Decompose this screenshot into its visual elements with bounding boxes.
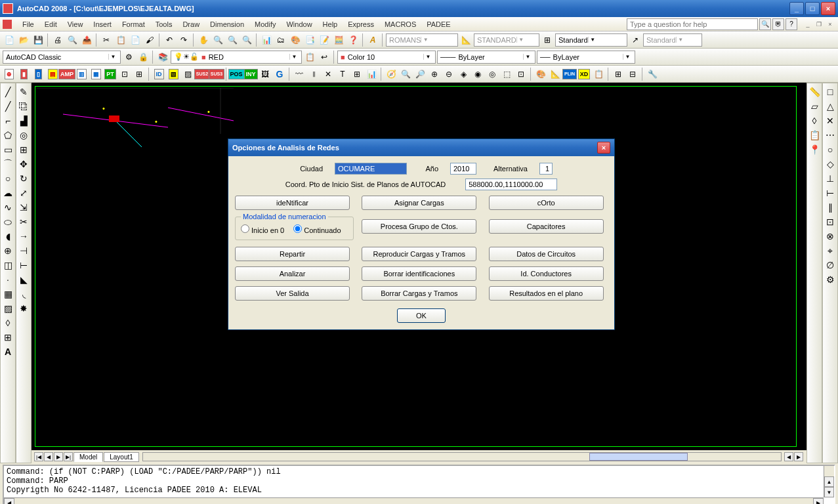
input-ciudad[interactable] (335, 163, 407, 175)
menu-padee[interactable]: PADEE (421, 19, 455, 30)
markup-icon[interactable]: 📝 (318, 33, 331, 47)
circle-icon[interactable]: ○ (1, 172, 14, 185)
osnap-end-icon[interactable]: □ (824, 85, 837, 98)
paste-icon[interactable]: 📄 (129, 33, 142, 47)
padee-bars-icon[interactable]: ⦀ (307, 68, 320, 81)
doc-close-button[interactable]: × (825, 20, 835, 29)
mirror-icon[interactable]: ▟ (17, 114, 30, 127)
toolpalette-icon[interactable]: 🎨 (289, 33, 302, 47)
pan-icon[interactable]: ✋ (197, 33, 210, 47)
nav-icon-6[interactable]: ◈ (457, 68, 470, 81)
move-icon[interactable]: ✥ (17, 158, 30, 171)
doc-minimize-button[interactable]: _ (803, 20, 813, 29)
copy2-icon[interactable]: ⿻ (17, 100, 30, 113)
misc-xd-icon[interactable]: XD (577, 68, 591, 81)
radio-continuado[interactable]: Continuado (293, 224, 341, 234)
calc-icon[interactable]: 🧮 (332, 33, 345, 47)
padee-grid-icon[interactable]: ⊞ (350, 68, 364, 81)
pline-icon[interactable]: ⌐ (1, 114, 14, 127)
osnap-near-icon[interactable]: ⌖ (824, 244, 837, 257)
menu-file[interactable]: File (17, 19, 39, 30)
btn-datos-circuitos[interactable]: Datos de Circuitos (489, 247, 604, 261)
osnap-per-icon[interactable]: ⊢ (824, 186, 837, 200)
padee-icon-1[interactable]: ⊕ (3, 68, 16, 81)
misc-icon-8[interactable]: 🔧 (646, 68, 659, 81)
nav-icon-2[interactable]: 🔍 (399, 68, 412, 81)
tablestyle-icon[interactable]: ⊞ (541, 33, 554, 47)
osnap-qua-icon[interactable]: ◇ (824, 158, 837, 171)
horizontal-scrollbar[interactable] (142, 452, 782, 461)
workspace-combo[interactable]: AutoCAD Classic▼ (3, 51, 121, 64)
polygon-icon[interactable]: ⬠ (1, 129, 14, 142)
osnap-par-icon[interactable]: ∥ (824, 201, 837, 214)
menu-dimension[interactable]: Dimension (205, 19, 249, 30)
region2-icon[interactable]: ◊ (808, 114, 821, 127)
lineweight-combo[interactable]: ──ByLayer▼ (537, 51, 635, 64)
spline-icon[interactable]: ∿ (1, 201, 14, 214)
erase-icon[interactable]: ✎ (17, 85, 30, 98)
menu-modify[interactable]: Modify (249, 19, 281, 30)
mleaderstyle-icon[interactable]: ↗ (629, 33, 642, 47)
padee-id-icon[interactable]: ID (152, 68, 165, 81)
padee-pic-icon[interactable]: 🖼 (259, 68, 272, 81)
tablestyle-combo[interactable]: Standard▼ (555, 33, 627, 47)
misc-icon-6[interactable]: ⊞ (612, 68, 625, 81)
undo-icon[interactable]: ↶ (163, 33, 176, 47)
rotate-icon[interactable]: ↻ (17, 172, 30, 185)
layer-states-icon[interactable]: 📋 (303, 51, 316, 64)
menu-help[interactable]: Help (318, 19, 343, 30)
new-icon[interactable]: 📄 (3, 33, 16, 47)
workspace-settings-icon[interactable]: ⚙ (122, 51, 135, 64)
dialog-titlebar[interactable]: Opciones de Analisis de Redes × (228, 139, 614, 156)
padee-wave-icon[interactable]: 〰 (293, 68, 306, 81)
padee-sus3-icon[interactable]: SUS3 (210, 68, 223, 81)
osnap-none-icon[interactable]: ∅ (824, 259, 837, 272)
close-button[interactable]: × (821, 2, 835, 15)
mtext-icon[interactable]: A (1, 345, 14, 358)
redo-icon[interactable]: ↷ (177, 33, 190, 47)
tab-layout1[interactable]: Layout1 (104, 452, 139, 462)
osnap-ins-icon[interactable]: ⊡ (824, 215, 837, 228)
btn-id-conductores[interactable]: Id. Conductores (489, 266, 604, 281)
dialog-close-button[interactable]: × (597, 142, 610, 154)
padee-icon-13[interactable]: ▨ (181, 68, 194, 81)
menu-express[interactable]: Express (343, 19, 379, 30)
btn-identificar[interactable]: ideNtificar (235, 196, 350, 210)
misc-icon-5[interactable]: 📋 (592, 68, 605, 81)
array-icon[interactable]: ⊞ (17, 143, 30, 156)
menu-tools[interactable]: Tools (150, 19, 178, 30)
nav-icon-1[interactable]: 🧭 (385, 68, 398, 81)
mleader-combo[interactable]: Standard▼ (643, 33, 702, 47)
font-combo[interactable]: ROMANS▼ (386, 33, 458, 47)
btn-asignar-cargas[interactable]: Asignar Cargas (362, 196, 476, 210)
zoom-prev-icon[interactable]: 🔍 (240, 33, 253, 47)
sheetset-icon[interactable]: 📑 (303, 33, 316, 47)
nav-icon-4[interactable]: ⊕ (428, 68, 441, 81)
menu-macros[interactable]: MACROS (379, 19, 421, 30)
misc-icon-7[interactable]: ⊟ (626, 68, 639, 81)
doc-restore-button[interactable]: ❐ (814, 20, 824, 29)
padee-cut-icon[interactable]: ▧ (167, 68, 180, 81)
input-ano[interactable] (450, 163, 476, 175)
zoom-rt-icon[interactable]: 🔍 (211, 33, 224, 47)
btn-resultados[interactable]: Resultados en el plano (489, 286, 604, 301)
tab-prev-button[interactable]: ◀ (44, 452, 53, 461)
help-icon[interactable]: ? (786, 18, 797, 30)
area-icon[interactable]: ▱ (808, 100, 821, 113)
nav-icon-5[interactable]: ⊖ (442, 68, 455, 81)
linetype-combo[interactable]: ───ByLayer▼ (437, 51, 535, 64)
gradient-icon[interactable]: ▨ (1, 302, 14, 315)
padee-cross-icon[interactable]: ✕ (322, 68, 335, 81)
padee-icon-6[interactable]: ▥ (75, 68, 88, 81)
designcenter-icon[interactable]: 🗂 (274, 33, 287, 47)
help2-icon[interactable]: ❓ (346, 33, 360, 47)
btn-borrar-cargas[interactable]: Borrar Cargas y Tramos (362, 286, 476, 301)
tab-last-button[interactable]: ▶| (64, 452, 73, 461)
misc-icon-1[interactable]: 🎨 (534, 68, 547, 81)
ellipse-icon[interactable]: ⬭ (1, 215, 14, 228)
layer-props-icon[interactable]: 📚 (156, 51, 169, 64)
stretch-icon[interactable]: ⇲ (17, 201, 30, 214)
rect-icon[interactable]: ▭ (1, 143, 14, 156)
color-combo[interactable]: ■Color 10▼ (337, 51, 436, 64)
explode-icon[interactable]: ✸ (17, 302, 30, 315)
